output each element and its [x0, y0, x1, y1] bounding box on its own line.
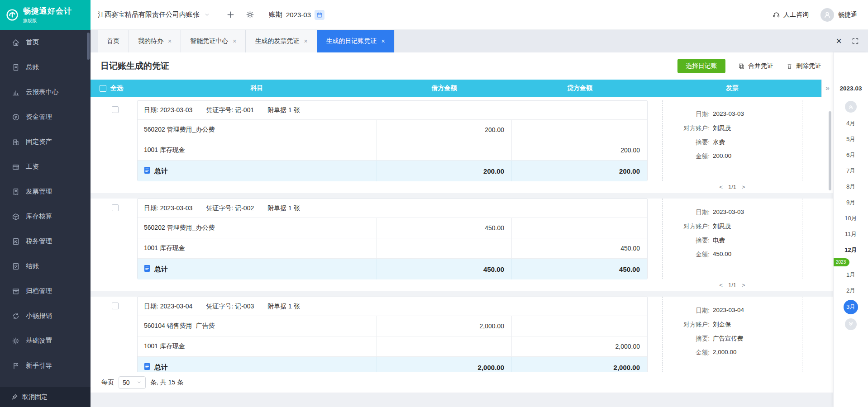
month-item-sep[interactable]: 9月 — [834, 194, 868, 210]
pager-prev[interactable]: < — [719, 282, 723, 289]
invoice-detail-panel: 日期:2023-03-03 对方账户:刘思茂 摘要:电费 金额:450.00 — [662, 199, 802, 279]
month-item-oct[interactable]: 10月 — [834, 210, 868, 226]
avatar[interactable] — [820, 8, 834, 22]
tab-invoice-vouchers[interactable]: 生成的发票凭证 × — [246, 30, 317, 52]
month-item-may[interactable]: 5月 — [834, 131, 868, 147]
select-journal-button[interactable]: 选择日记账 — [677, 59, 725, 73]
close-icon[interactable]: × — [382, 38, 385, 45]
voucher-checkbox[interactable] — [112, 204, 119, 211]
page-size-select[interactable]: 50 — [119, 376, 146, 389]
tax-icon — [12, 237, 20, 246]
user-icon — [823, 11, 831, 19]
tab-tools: × — [836, 30, 868, 52]
voucher-checkbox[interactable] — [112, 106, 119, 113]
sidebar-item-invoice-management[interactable]: 发票管理 — [0, 179, 91, 204]
user-name[interactable]: 畅捷通 — [838, 11, 857, 19]
calendar-icon — [315, 10, 324, 20]
add-account-button[interactable] — [226, 10, 235, 19]
year-badge: 2023 — [834, 258, 849, 266]
toolbar: 选择日记账 合并凭证 删除凭证 — [677, 59, 821, 73]
app-logo: 畅捷通好会计 旗舰版 — [0, 0, 91, 30]
month-item-dec[interactable]: 12月 — [834, 242, 868, 258]
invoice-field-label: 对方账户: — [666, 124, 710, 133]
sidebar-item-home[interactable]: 首页 — [0, 30, 91, 55]
voucher-info-row: 日期: 2023-03-03 凭证字号: 记-001 附单据 1 张 — [138, 101, 647, 120]
unpin-icon — [11, 393, 18, 401]
tab-smart-voucher-center[interactable]: 智能凭证中心 × — [181, 30, 246, 52]
invoice-field-label: 日期: — [666, 208, 710, 217]
sidebar-item-closing[interactable]: 结账 — [0, 254, 91, 279]
collapse-panel-icon[interactable]: » — [821, 80, 833, 97]
delete-voucher-button[interactable]: 删除凭证 — [786, 62, 821, 70]
period-selector[interactable]: 账期 2023-03 — [269, 10, 324, 20]
entry-debit — [376, 238, 511, 258]
ledger-icon — [12, 63, 20, 71]
entry-subject: 560104 销售费用_广告费 — [138, 316, 376, 336]
voucher-checkbox[interactable] — [112, 303, 119, 309]
months-scroll-down-icon[interactable] — [845, 318, 857, 330]
sidebar-scrollbar[interactable] — [87, 33, 90, 60]
invoice-icon — [12, 188, 20, 196]
month-item-feb[interactable]: 2月 — [834, 283, 868, 298]
sidebar-item-archive[interactable]: 归档管理 — [0, 279, 91, 303]
voucher-attachment: 附单据 1 张 — [267, 106, 300, 114]
month-item-nov[interactable]: 11月 — [834, 226, 868, 242]
fullscreen-icon[interactable] — [852, 38, 859, 45]
page-size-value: 50 — [123, 379, 130, 386]
pager-next[interactable]: > — [742, 184, 745, 190]
month-rail: 2023.03 4月 5月 6月 7月 8月 9月 10月 11月 12月 20… — [833, 52, 868, 407]
sidebar-item-reimburse[interactable]: 小畅报销 — [0, 303, 91, 328]
pager-next[interactable]: > — [742, 282, 745, 289]
top-bar: 江西赛宝精品有限责任公司内账张 账期 2023-03 人工咨询 畅捷通 — [91, 0, 868, 30]
months-scroll-up-icon[interactable] — [845, 101, 857, 113]
close-icon[interactable]: × — [168, 38, 172, 45]
unpin-button[interactable]: 取消固定 — [0, 387, 91, 407]
company-selector[interactable]: 江西赛宝精品有限责任公司内账张 — [98, 10, 210, 19]
entry-debit — [376, 140, 511, 160]
voucher-list: 日期: 2023-03-03 凭证字号: 记-001 附单据 1 张 56020… — [91, 97, 833, 372]
entry-credit — [511, 120, 647, 140]
invoice-field-label: 摘要: — [666, 138, 710, 147]
month-item-jun[interactable]: 6月 — [834, 147, 868, 163]
close-icon[interactable]: × — [836, 36, 842, 46]
page-header: 日记账生成的凭证 选择日记账 合并凭证 删除凭证 — [91, 52, 833, 80]
sidebar-item-settings[interactable]: 基础设置 — [0, 328, 91, 353]
tab-home[interactable]: 首页 — [98, 30, 129, 52]
sidebar-item-guide[interactable]: 新手引导 — [0, 353, 91, 378]
tab-my-todo[interactable]: 我的待办 × — [129, 30, 181, 52]
settings-icon[interactable] — [246, 10, 254, 19]
entry-row: 1001 库存现金 200.00 — [138, 140, 647, 161]
sidebar-item-tax[interactable]: 税务管理 — [0, 229, 91, 254]
month-item-jul[interactable]: 7月 — [834, 163, 868, 179]
sidebar-item-general-ledger[interactable]: 总账 — [0, 55, 91, 80]
content-row: 日记账生成的凭证 选择日记账 合并凭证 删除凭证 — [91, 52, 868, 407]
month-item-mar[interactable]: 3月 — [834, 298, 868, 316]
unpin-label: 取消固定 — [22, 393, 48, 401]
sidebar-item-funds[interactable]: 资金管理 — [0, 104, 91, 129]
list-scrollbar[interactable] — [829, 111, 831, 190]
edition-badge: 旗舰版 — [23, 18, 72, 24]
support-button[interactable]: 人工咨询 — [773, 11, 809, 19]
pager-prev[interactable]: < — [719, 184, 723, 190]
tab-journal-vouchers[interactable]: 生成的日记账凭证 × — [317, 30, 395, 52]
invoice-field-label: 金额: — [666, 251, 710, 259]
invoice-field-value: 2023-03-03 — [713, 208, 744, 217]
close-icon[interactable]: × — [233, 38, 236, 45]
select-all-checkbox[interactable] — [100, 85, 106, 92]
total-debit: 200.00 — [376, 161, 511, 181]
month-item-apr[interactable]: 4月 — [834, 115, 868, 131]
app-title: 畅捷通好会计 — [23, 6, 72, 16]
voucher-card: 日期: 2023-03-03 凭证字号: 记-001 附单据 1 张 56020… — [137, 100, 648, 181]
sidebar-item-fixed-assets[interactable]: 固定资产 — [0, 129, 91, 154]
sidebar-item-inventory[interactable]: 库存核算 — [0, 204, 91, 229]
pager-page: 1/1 — [728, 282, 736, 289]
sidebar-item-payroll[interactable]: 工资 — [0, 154, 91, 179]
tab-label: 我的待办 — [138, 37, 163, 45]
close-icon[interactable]: × — [304, 38, 307, 45]
voucher-number: 凭证字号: 记-001 — [206, 106, 254, 114]
month-item-jan[interactable]: 1月 — [834, 267, 868, 283]
month-item-aug[interactable]: 8月 — [834, 179, 868, 194]
sidebar-item-cloud-reports[interactable]: 云报表中心 — [0, 80, 91, 104]
merge-voucher-button[interactable]: 合并凭证 — [738, 62, 773, 70]
invoice-field-label: 对方账户: — [666, 222, 710, 231]
